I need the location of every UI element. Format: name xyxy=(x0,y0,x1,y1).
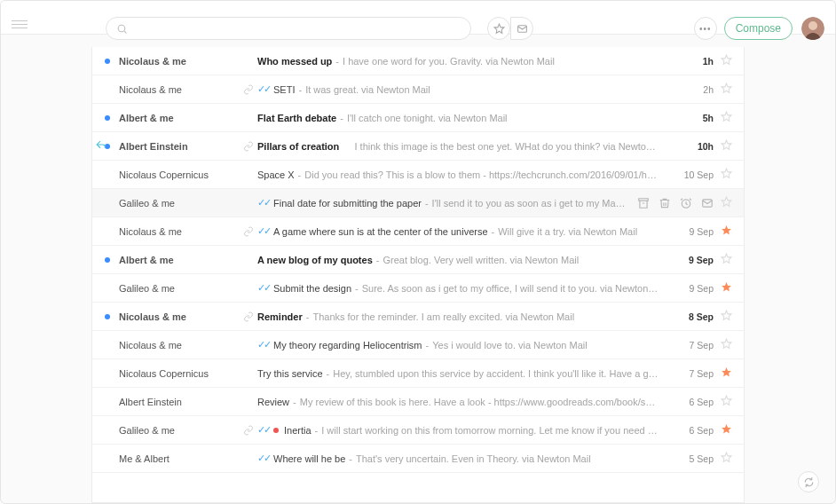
subject: My theory regarding Heliocentrism xyxy=(273,340,422,350)
preview: It was great. via Newton Mail xyxy=(305,84,430,95)
star-toggle[interactable] xyxy=(721,281,732,295)
priority-dot xyxy=(273,428,279,433)
star-toggle[interactable] xyxy=(721,395,732,408)
preview: I'll catch one tonight. via Newton Mail xyxy=(347,113,508,123)
read-receipt-icon: ✓✓ xyxy=(257,282,270,294)
message-row[interactable]: Nicolaus CopernicusTry this service - He… xyxy=(92,359,744,388)
message-row[interactable]: Albert & meA new blog of my quotes - Gre… xyxy=(92,246,744,274)
message-body: Pillars of creation I think this image i… xyxy=(257,141,659,152)
sender: Albert & me xyxy=(119,255,240,265)
timestamp: 10h xyxy=(667,141,714,152)
timestamp: 2h xyxy=(667,84,714,95)
timestamp: 10 Sep xyxy=(667,169,714,180)
star-toggle[interactable] xyxy=(721,253,732,266)
svg-marker-19 xyxy=(722,367,731,376)
unread-dot xyxy=(105,87,110,92)
mark-read-icon[interactable] xyxy=(701,197,714,209)
link-icon xyxy=(240,226,257,237)
unread-dot xyxy=(105,59,110,64)
star-toggle[interactable] xyxy=(721,168,732,181)
unread-dot xyxy=(105,115,110,121)
message-row[interactable]: Albert EinsteinReview - My review of thi… xyxy=(92,388,744,416)
message-row[interactable]: Nicolaus & me✓✓My theory regarding Helio… xyxy=(92,331,744,359)
preview: I think this image is the best one yet. … xyxy=(354,141,659,152)
star-toggle[interactable] xyxy=(721,338,732,351)
svg-marker-14 xyxy=(722,225,731,234)
subject: Pillars of creation xyxy=(257,141,339,152)
star-toggle[interactable] xyxy=(721,83,732,96)
read-receipt-icon: ✓✓ xyxy=(257,225,270,237)
message-body: A new blog of my quotes - Great blog. Ve… xyxy=(257,255,659,265)
message-row[interactable]: Nicolaus & me✓✓A game where sun is at th… xyxy=(92,217,744,246)
message-row[interactable]: Nicolaus & me✓✓SETI - It was great. via … xyxy=(92,75,744,104)
link-icon xyxy=(240,84,257,95)
star-toggle[interactable] xyxy=(721,54,732,67)
timestamp: 1h xyxy=(667,56,714,67)
message-row[interactable]: Nicolaus & meReminder - Thanks for the r… xyxy=(92,303,744,331)
timestamp: 6 Sep xyxy=(667,397,714,407)
timestamp: 9 Sep xyxy=(667,255,714,265)
star-toggle[interactable] xyxy=(721,224,732,238)
star-toggle[interactable] xyxy=(721,139,732,153)
star-toggle[interactable] xyxy=(721,423,732,437)
preview: I'll send it to you as soon as i get to … xyxy=(432,198,628,209)
preview: That's very uncertain. Even in Theory. v… xyxy=(356,453,591,464)
unread-dot xyxy=(105,428,110,433)
star-toggle[interactable] xyxy=(721,111,732,124)
subject: Where will he be xyxy=(273,453,345,464)
preview: Sure. As soon as i get to my office, I w… xyxy=(362,283,659,294)
snooze-icon[interactable] xyxy=(680,197,692,209)
sender: Galileo & me xyxy=(119,198,240,209)
link-icon xyxy=(240,311,257,322)
svg-marker-18 xyxy=(722,339,731,348)
message-row[interactable]: Galileo & me✓✓Final date for submitting … xyxy=(92,189,744,217)
archive-icon[interactable] xyxy=(637,197,650,209)
trash-icon[interactable] xyxy=(659,197,671,209)
unread-dot xyxy=(105,201,110,206)
message-row[interactable]: Nicolaus & meWho messed up - I have one … xyxy=(92,47,744,75)
preview: Did you read this? This is a blow to the… xyxy=(304,169,659,180)
message-body: Try this service - Hey, stumbled upon th… xyxy=(257,368,659,379)
link-icon xyxy=(240,141,257,152)
star-toggle[interactable] xyxy=(721,366,732,380)
message-row[interactable]: Galileo & me✓✓Inertia - I will start wor… xyxy=(92,416,744,445)
star-toggle[interactable] xyxy=(721,196,732,209)
preview: Will give it a try. via Newton Mail xyxy=(498,226,637,237)
message-body: Reminder - Thanks for the reminder. I am… xyxy=(257,311,659,322)
sender: Albert & me xyxy=(119,113,240,123)
subject: A game where sun is at the center of the… xyxy=(273,226,488,237)
unread-dot xyxy=(105,229,110,234)
sender: Nicolaus & me xyxy=(119,56,240,67)
message-row[interactable]: Galileo & me✓✓Submit the design - Sure. … xyxy=(92,274,744,303)
subject: Flat Earth debate xyxy=(257,113,336,123)
sync-button[interactable] xyxy=(798,471,819,492)
read-receipt-icon: ✓✓ xyxy=(257,197,270,209)
message-body: Space X - Did you read this? This is a b… xyxy=(257,169,659,180)
reply-icon xyxy=(95,139,106,154)
message-body: ✓✓Final date for submitting the paper - … xyxy=(257,197,628,209)
message-row[interactable]: Me & Albert✓✓Where will he be - That's v… xyxy=(92,445,744,473)
row-actions xyxy=(637,197,714,209)
unread-dot xyxy=(105,343,110,348)
timestamp: 8 Sep xyxy=(667,311,714,322)
message-row[interactable]: Albert EinsteinPillars of creation I thi… xyxy=(92,132,744,161)
svg-marker-9 xyxy=(722,140,731,149)
star-toggle[interactable] xyxy=(721,452,732,465)
message-body: ✓✓Where will he be - That's very uncerta… xyxy=(257,453,659,464)
timestamp: 7 Sep xyxy=(667,368,714,379)
sender: Albert Einstein xyxy=(119,397,240,407)
preview: Great blog. Very well written. via Newto… xyxy=(383,255,579,265)
read-receipt-icon: ✓✓ xyxy=(257,339,270,350)
message-body: ✓✓A game where sun is at the center of t… xyxy=(257,225,659,237)
svg-marker-6 xyxy=(722,55,731,64)
sender: Galileo & me xyxy=(119,425,240,436)
message-row[interactable]: Albert & meFlat Earth debate - I'll catc… xyxy=(92,104,744,132)
preview: I will start working on this from tomorr… xyxy=(321,425,659,436)
subject: Review xyxy=(257,397,289,407)
subject: A new blog of my quotes xyxy=(257,255,373,265)
subject: SETI xyxy=(273,84,295,95)
message-row[interactable]: Nicolaus CopernicusSpace X - Did you rea… xyxy=(92,161,744,189)
star-toggle[interactable] xyxy=(721,310,732,323)
sender: Nicolaus & me xyxy=(119,311,240,322)
subject: Reminder xyxy=(257,311,303,322)
